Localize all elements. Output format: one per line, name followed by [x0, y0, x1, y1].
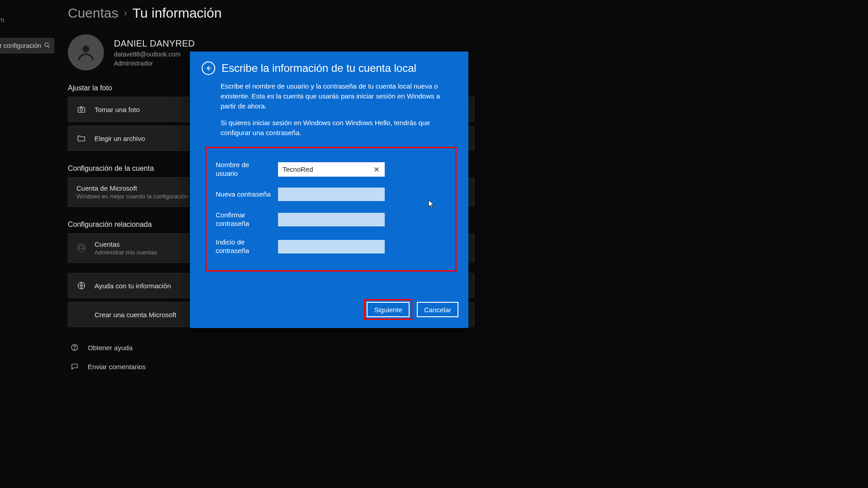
card-title: Elegir un archivo	[94, 135, 145, 142]
card-title: Crear una cuenta Microsoft	[94, 311, 176, 319]
sidebar-nav: spositivos guridad te	[0, 78, 59, 250]
svg-point-6	[80, 245, 83, 248]
username-label: Nombre de usuario	[216, 161, 271, 178]
dialog-title: Escribe la información de tu cuenta loca…	[222, 62, 416, 75]
feedback-icon	[70, 361, 80, 371]
link-label: Obtener ayuda	[88, 344, 132, 352]
card-subtitle: Administrar mis cuentas	[94, 249, 157, 256]
sidebar-user-mail: …outlook.com	[0, 16, 54, 23]
new-password-label: Nueva contraseña	[216, 190, 271, 199]
svg-point-0	[45, 42, 48, 46]
chevron-right-icon: ›	[124, 7, 127, 19]
globe-icon	[76, 281, 86, 291]
search-icon	[44, 42, 50, 50]
new-password-input[interactable]	[278, 188, 385, 201]
sidebar-user-chip[interactable]: …nyRed …outlook.com	[0, 0, 59, 26]
sidebar-item-other[interactable]: te	[0, 230, 59, 250]
avatar	[68, 34, 104, 70]
sidebar-item-devices[interactable]: spositivos	[0, 78, 59, 98]
person-circle-icon	[76, 243, 86, 253]
dialog-body: Escribe el nombre de usuario y la contra…	[221, 81, 457, 138]
card-title: Cuentas	[94, 240, 157, 248]
link-label: Enviar comentarios	[88, 363, 146, 371]
username-input[interactable]	[278, 162, 385, 177]
card-title: Tomar una foto	[94, 106, 140, 113]
feedback-link[interactable]: Enviar comentarios	[68, 357, 868, 376]
page-title: Tu información	[132, 5, 222, 21]
camera-icon	[76, 104, 86, 114]
svg-point-2	[82, 46, 89, 52]
password-hint-label: Indicio de contraseña	[216, 238, 271, 255]
close-icon	[373, 166, 380, 173]
folder-icon	[76, 133, 86, 143]
back-button[interactable]	[202, 61, 215, 75]
profile-role: Administrador	[114, 60, 195, 67]
search-placeholder: r configuración	[0, 42, 41, 49]
clear-input-button[interactable]	[370, 162, 383, 177]
breadcrumb-parent[interactable]: Cuentas	[68, 5, 118, 21]
left-sidebar: …nyRed …outlook.com r configuración spos…	[0, 0, 59, 250]
confirm-password-label: Confirmar contraseña	[216, 211, 271, 228]
sidebar-user-name: …nyRed	[0, 8, 54, 16]
help-icon	[70, 343, 80, 352]
next-button[interactable]: Siguiente	[367, 302, 410, 317]
password-hint-input[interactable]	[278, 240, 385, 253]
cancel-button[interactable]: Cancelar	[417, 302, 458, 317]
person-icon	[75, 42, 96, 63]
search-input[interactable]: r configuración	[0, 38, 54, 53]
svg-line-1	[48, 46, 50, 47]
dialog-paragraph-1: Escribe el nombre de usuario y la contra…	[221, 81, 457, 111]
profile-mail: datave88@outlook.com	[114, 51, 195, 58]
get-help-link[interactable]: Obtener ayuda	[68, 338, 868, 357]
sidebar-item-security[interactable]: guridad	[0, 211, 59, 230]
local-account-dialog: Escribe la información de tu cuenta loca…	[190, 52, 468, 328]
breadcrumb: Cuentas › Tu información	[68, 3, 868, 27]
svg-point-9	[74, 349, 75, 349]
spacer-icon	[76, 310, 86, 319]
form-highlighted-region: Nombre de usuario Nueva contraseña Confi…	[205, 147, 457, 272]
footer-links: Obtener ayuda Enviar comentarios	[68, 338, 868, 376]
profile-name: DANIEL DANYRED	[114, 38, 195, 49]
card-title: Ayuda con tu información	[94, 282, 171, 290]
svg-point-4	[80, 108, 83, 111]
dialog-paragraph-2: Si quieres iniciar sesión en Windows con…	[221, 118, 457, 138]
arrow-left-icon	[205, 65, 212, 72]
confirm-password-input[interactable]	[278, 213, 385, 226]
